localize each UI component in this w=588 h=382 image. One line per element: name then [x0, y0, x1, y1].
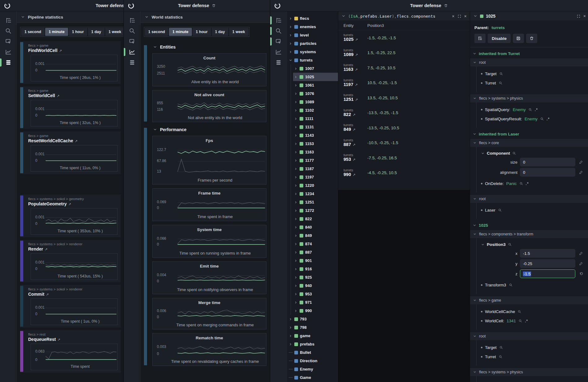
chevron-down-icon[interactable] — [289, 58, 292, 62]
trash-icon[interactable] — [212, 3, 216, 8]
tree-item-1272[interactable]: 1272 — [287, 206, 338, 215]
search-icon[interactable] — [512, 151, 516, 155]
tree-panel-icon[interactable] — [0, 15, 16, 26]
wildcard-pair-icon[interactable]: .* — [525, 319, 528, 323]
component-value-link[interactable]: Enemy — [513, 107, 526, 112]
edit-pencil-icon[interactable] — [578, 160, 585, 164]
tree-item-971[interactable]: 971 — [287, 298, 338, 307]
tree-item-Direction[interactable]: Direction — [287, 357, 338, 365]
chevron-right-icon[interactable] — [294, 234, 298, 238]
field-input-z[interactable]: -1.5 — [520, 269, 575, 278]
tree-item-1076[interactable]: 1076 — [287, 89, 338, 98]
component-header[interactable]: Position3 — [481, 242, 585, 247]
chevron-right-icon[interactable] — [294, 259, 298, 263]
chevron-right-icon[interactable] — [294, 117, 298, 121]
tree-item-particles[interactable]: particles — [287, 39, 338, 48]
tree-item-1061[interactable]: 1061 — [287, 81, 338, 89]
tables-panel-icon[interactable] — [270, 57, 287, 68]
trash-icon[interactable] — [444, 3, 448, 8]
tree-item-925[interactable]: 925 — [287, 273, 338, 281]
tables-panel-icon[interactable] — [124, 57, 140, 68]
section-header[interactable]: Entities — [153, 45, 266, 49]
tree-item-turrets[interactable]: turrets — [287, 56, 338, 64]
chevron-right-icon[interactable] — [289, 17, 292, 20]
chevron-right-icon[interactable] — [294, 75, 298, 79]
tree-item-enemies[interactable]: enemies — [287, 23, 338, 31]
entity-id-link[interactable]: 887↗ — [344, 142, 367, 148]
scope-band-flecs-systems-physics[interactable]: flecs > systems > physics — [470, 368, 588, 376]
component-value-link[interactable]: Panic — [506, 181, 517, 186]
chevron-right-icon[interactable] — [294, 159, 298, 162]
search-icon[interactable] — [498, 208, 502, 212]
tree-item-1102[interactable]: 1102 — [287, 106, 338, 114]
tables-panel-icon[interactable] — [0, 57, 16, 68]
entity-id-link[interactable]: 822↗ — [344, 112, 367, 118]
chevron-right-icon[interactable] — [289, 42, 292, 45]
tree-item-901[interactable]: 901 — [287, 256, 338, 265]
chevron-right-icon[interactable] — [289, 334, 292, 338]
field-input-alignment[interactable]: 0 — [520, 168, 575, 177]
tree-item-Enemy[interactable]: Enemy — [287, 365, 338, 373]
tree-item-1111[interactable]: 1111 — [287, 114, 338, 123]
scope-band-root[interactable]: root — [470, 332, 588, 340]
entity-id-link[interactable]: 990↗ — [344, 172, 367, 178]
field-input-size[interactable]: 0 — [520, 158, 575, 166]
chart-title-link[interactable]: Render↗ — [28, 247, 121, 251]
time-range-1-minute[interactable]: 1 minute — [169, 28, 192, 36]
chevron-right-icon[interactable] — [294, 292, 298, 296]
chevron-right-icon[interactable] — [289, 50, 292, 54]
tree-panel-icon[interactable] — [124, 15, 140, 26]
chevron-right-icon[interactable] — [294, 301, 298, 304]
chevron-right-icon[interactable] — [289, 25, 292, 29]
component-header[interactable]: Component — [481, 151, 585, 156]
search-panel-icon[interactable] — [270, 26, 287, 36]
search-icon[interactable] — [517, 310, 521, 314]
tree-item-887[interactable]: 887 — [287, 248, 338, 256]
search-icon[interactable] — [540, 117, 544, 121]
chevron-right-icon[interactable] — [294, 175, 298, 179]
tree-item-systems[interactable]: systems — [287, 48, 338, 56]
chevron-right-icon[interactable] — [294, 142, 298, 146]
chevron-right-icon[interactable] — [294, 225, 298, 229]
chevron-right-icon[interactable] — [289, 342, 292, 346]
expand-icon[interactable] — [457, 14, 461, 18]
time-range-1-week[interactable]: 1 week — [229, 28, 249, 36]
tree-item-798[interactable]: 798 — [287, 323, 338, 332]
search-icon[interactable] — [518, 319, 522, 323]
undo-icon[interactable] — [578, 272, 585, 276]
chevron-right-icon[interactable] — [294, 92, 298, 96]
tree-item-1234[interactable]: 1234 — [287, 190, 338, 198]
tree-item-game[interactable]: game — [287, 332, 338, 340]
chevron-right-icon[interactable] — [294, 167, 298, 171]
close-icon[interactable]: × — [583, 14, 586, 18]
disable-button[interactable]: Disable — [488, 34, 511, 43]
tree-item-1007[interactable]: 1007 — [287, 64, 338, 73]
entity-id-link[interactable]: 1163↗ — [344, 67, 367, 72]
select-window-panel-icon[interactable] — [270, 36, 287, 47]
entity-id-link[interactable]: 1089↗ — [344, 52, 367, 58]
tree-item-990[interactable]: 990 — [287, 307, 338, 315]
scope-band-flecs-systems-physics[interactable]: flecs > systems > physics — [470, 94, 588, 102]
tree-item-Bullet[interactable]: Bullet — [287, 348, 338, 357]
chevron-down-icon[interactable] — [341, 14, 346, 18]
tree-item-953[interactable]: 953 — [287, 290, 338, 298]
tree-item-1153[interactable]: 1153 — [287, 139, 338, 148]
edit-pencil-icon[interactable] — [578, 251, 585, 255]
tree-item-916[interactable]: 916 — [287, 265, 338, 273]
tree-item-prefabs[interactable]: prefabs — [287, 340, 338, 348]
search-panel-icon[interactable] — [0, 26, 16, 36]
chevron-right-icon[interactable] — [294, 134, 298, 137]
search-icon[interactable] — [508, 243, 512, 247]
chart-title-link[interactable]: ResetWorldCellCache↗ — [28, 138, 121, 143]
chevron-right-icon[interactable] — [294, 192, 298, 196]
tree-item-793[interactable]: 793 — [287, 315, 338, 323]
chart-title-link[interactable]: FindWorldCell↗ — [28, 48, 121, 53]
save-button[interactable] — [513, 34, 524, 43]
tree-panel-icon[interactable] — [270, 15, 287, 26]
time-range-1-second[interactable]: 1 second — [145, 28, 168, 36]
scope-band-root[interactable]: root — [470, 195, 588, 203]
expand-icon[interactable] — [577, 14, 581, 18]
tree-item-940[interactable]: 940 — [287, 281, 338, 290]
wildcard-pair-icon[interactable]: .* — [535, 108, 538, 112]
time-range-1-day[interactable]: 1 day — [212, 28, 228, 36]
